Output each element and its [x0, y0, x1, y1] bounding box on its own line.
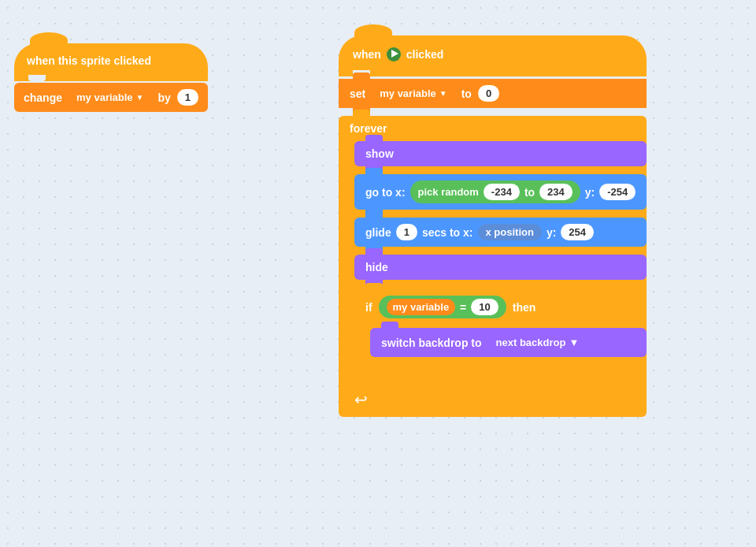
condition-variable[interactable]: my variable — [387, 299, 456, 315]
then-label: then — [513, 301, 536, 314]
x-position-oval[interactable]: x position — [478, 224, 542, 240]
set-variable-block[interactable]: set my variable ▼ to 0 — [339, 79, 647, 108]
switch-backdrop-block[interactable]: switch backdrop to next backdrop ▼ — [370, 328, 647, 357]
if-label: if — [365, 301, 372, 314]
equals-sign: = — [460, 301, 466, 314]
secs-to-x-label: secs to x: — [422, 226, 473, 239]
change-label: change — [24, 91, 62, 104]
variable-dropdown[interactable]: my variable ▼ — [69, 89, 151, 106]
set-label: set — [350, 87, 365, 100]
hide-block[interactable]: hide — [354, 255, 647, 280]
to-label: to — [461, 87, 472, 100]
show-block[interactable]: show — [354, 141, 647, 166]
y-label: y: — [585, 186, 595, 199]
if-value[interactable]: 10 — [471, 299, 498, 315]
glide-label: glide — [365, 226, 391, 239]
condition-block[interactable]: my variable = 10 — [379, 296, 506, 318]
pick-random-block[interactable]: pick random -234 to 234 — [410, 180, 580, 203]
to-value[interactable]: 0 — [478, 85, 499, 102]
show-label: show — [365, 147, 394, 160]
rand-from-value[interactable]: -234 — [484, 184, 520, 200]
dropdown-arrow-3: ▼ — [569, 337, 579, 348]
right-group: when clicked set my variable ▼ to 0 — [339, 35, 647, 417]
change-variable-block[interactable]: change my variable ▼ by 1 — [14, 83, 208, 112]
green-flag-icon — [386, 47, 402, 62]
hide-label: hide — [365, 261, 388, 274]
pick-random-label: pick random — [418, 186, 479, 198]
when-sprite-clicked-label: when this sprite clicked — [27, 54, 151, 67]
set-variable-dropdown[interactable]: my variable ▼ — [372, 85, 454, 102]
forever-block[interactable]: forever show go to x: pick random -234 — [339, 116, 647, 417]
repeat-arrow-icon: ↩ — [354, 390, 368, 409]
switch-backdrop-label: switch backdrop to — [381, 337, 482, 349]
if-block[interactable]: if my variable = 10 then — [354, 289, 647, 382]
rand-to-value[interactable]: 234 — [539, 184, 573, 200]
glide-secs-value[interactable]: 1 — [396, 224, 417, 240]
glide-y-value[interactable]: 254 — [561, 224, 594, 240]
go-to-label: go to x: — [365, 186, 406, 199]
glide-y-label: y: — [547, 226, 556, 239]
go-to-block[interactable]: go to x: pick random -234 to 234 y: -254 — [354, 174, 647, 210]
by-label: by — [158, 91, 170, 104]
glide-block[interactable]: glide 1 secs to x: x position y: 254 — [354, 218, 647, 247]
dropdown-arrow: ▼ — [136, 93, 144, 102]
rand-to-label: to — [524, 186, 535, 199]
by-value[interactable]: 1 — [177, 89, 198, 106]
next-backdrop-dropdown[interactable]: next backdrop ▼ — [488, 334, 587, 351]
when-sprite-clicked-block[interactable]: when this sprite clicked — [14, 43, 208, 75]
forever-label: forever — [350, 122, 387, 135]
when-flag-clicked-block[interactable]: when clicked — [339, 35, 647, 70]
y-value[interactable]: -254 — [599, 184, 636, 200]
left-group: when this sprite clicked change my varia… — [14, 43, 208, 112]
dropdown-arrow-2: ▼ — [439, 89, 447, 98]
when-label: when — [353, 48, 381, 61]
clicked-label: clicked — [406, 48, 443, 61]
